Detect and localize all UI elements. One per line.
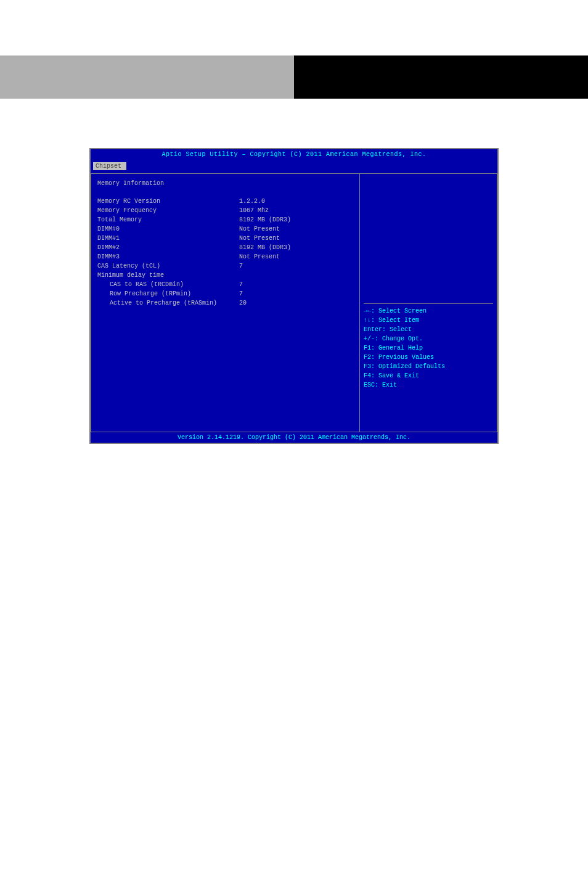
- info-row-indent: CAS to RAS (tRCDmin) 7: [97, 280, 353, 289]
- info-value: 7: [239, 280, 243, 289]
- info-row: DIMM#0 Not Present: [97, 224, 353, 234]
- info-label: DIMM#1: [97, 234, 239, 243]
- info-value: 1067 Mhz: [239, 206, 269, 215]
- help-change-opt: +/-: Change Opt.: [364, 334, 493, 343]
- info-label: Memory RC Version: [97, 197, 239, 206]
- side-panel: →←: Select Screen ↑↓: Select Item Enter:…: [359, 173, 497, 432]
- info-row-indent: Row Precharge (tRPmin) 7: [97, 289, 353, 298]
- help-enter: Enter: Select: [364, 325, 493, 334]
- info-label: Row Precharge (tRPmin): [110, 289, 239, 298]
- info-row: Memory Frequency 1067 Mhz: [97, 206, 353, 215]
- info-row: Minimum delay time: [97, 271, 353, 280]
- info-value: Not Present: [239, 234, 280, 243]
- info-label: Memory Frequency: [97, 206, 239, 215]
- top-bar: [0, 55, 588, 99]
- help-previous: F2: Previous Values: [364, 353, 493, 362]
- info-label: Total Memory: [97, 215, 239, 224]
- help-general: F1: General Help: [364, 343, 493, 353]
- help-section: →←: Select Screen ↑↓: Select Item Enter:…: [364, 303, 493, 390]
- info-value: 1.2.2.0: [239, 197, 265, 206]
- info-label: CAS Latency (tCL): [97, 261, 239, 271]
- top-bar-left: [0, 55, 294, 99]
- info-label: Active to Precharge (tRASmin): [110, 298, 239, 308]
- help-esc: ESC: Exit: [364, 380, 493, 390]
- info-row: Memory RC Version 1.2.2.0: [97, 197, 353, 206]
- info-label: Minimum delay time: [97, 271, 239, 280]
- info-row: DIMM#2 8192 MB (DDR3): [97, 243, 353, 252]
- bios-window: Aptio Setup Utility – Copyright (C) 2011…: [89, 148, 499, 444]
- bios-header: Aptio Setup Utility – Copyright (C) 2011…: [91, 149, 497, 160]
- info-value: 7: [239, 261, 243, 271]
- info-value: 8192 MB (DDR3): [239, 243, 291, 252]
- bios-footer: Version 2.14.1219. Copyright (C) 2011 Am…: [91, 432, 497, 443]
- info-row-indent: Active to Precharge (tRASmin) 20: [97, 298, 353, 308]
- info-label: DIMM#3: [97, 252, 239, 261]
- info-row: CAS Latency (tCL) 7: [97, 261, 353, 271]
- tab-chipset[interactable]: Chipset: [93, 162, 126, 170]
- info-label: CAS to RAS (tRCDmin): [110, 280, 239, 289]
- help-select-screen: →←: Select Screen: [364, 306, 493, 316]
- info-value: 7: [239, 289, 243, 298]
- help-optimized: F3: Optimized Defaults: [364, 362, 493, 371]
- main-panel: Memory Information Memory RC Version 1.2…: [91, 173, 359, 432]
- info-value: 8192 MB (DDR3): [239, 215, 291, 224]
- info-label: DIMM#2: [97, 243, 239, 252]
- info-label: DIMM#0: [97, 224, 239, 234]
- info-value: 20: [239, 298, 247, 308]
- help-save-exit: F4: Save & Exit: [364, 371, 493, 380]
- info-value: Not Present: [239, 224, 280, 234]
- info-value: Not Present: [239, 252, 280, 261]
- bios-body: Memory Information Memory RC Version 1.2…: [91, 173, 497, 432]
- info-row: DIMM#1 Not Present: [97, 234, 353, 243]
- info-row: DIMM#3 Not Present: [97, 252, 353, 261]
- top-bar-right: [294, 55, 588, 99]
- info-row: Total Memory 8192 MB (DDR3): [97, 215, 353, 224]
- section-title: Memory Information: [97, 179, 353, 188]
- help-select-item: ↑↓: Select Item: [364, 316, 493, 325]
- tabs-row: Chipset: [91, 160, 497, 173]
